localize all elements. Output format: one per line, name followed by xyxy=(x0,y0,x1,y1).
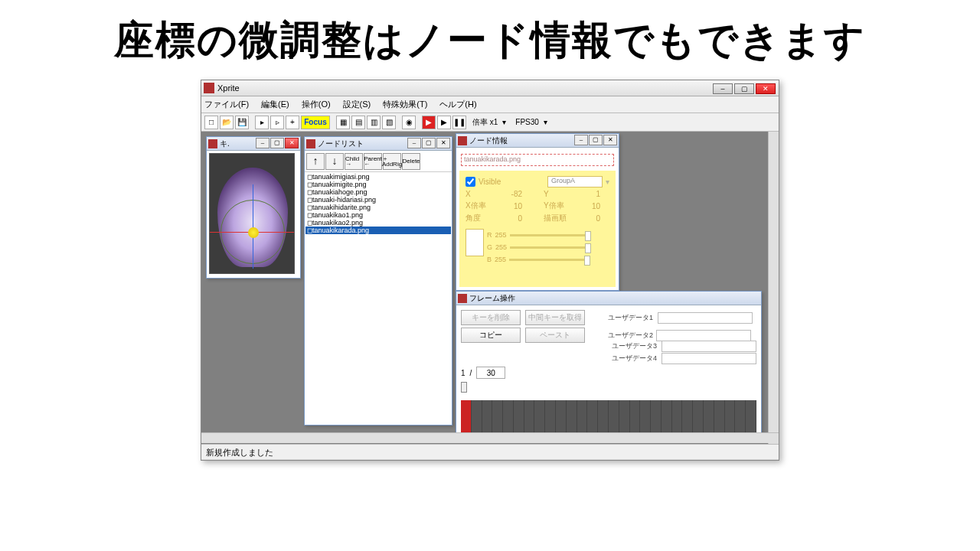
ud2-field[interactable] xyxy=(656,330,751,341)
timeline-cell[interactable] xyxy=(545,400,556,437)
nodelist-max-button[interactable]: ▢ xyxy=(422,138,436,148)
parent-button[interactable]: Parent ← xyxy=(364,153,382,170)
timeline-cell[interactable] xyxy=(472,400,482,437)
minimize-button[interactable]: – xyxy=(713,83,733,94)
new-button[interactable]: □ xyxy=(204,116,218,129)
preview-min-button[interactable]: – xyxy=(256,138,270,148)
close-button[interactable]: ✕ xyxy=(756,83,776,94)
b-slider[interactable] xyxy=(509,259,589,261)
ud1-field[interactable] xyxy=(658,312,753,324)
timeline-cell[interactable] xyxy=(524,400,535,437)
timeline-cell[interactable] xyxy=(693,400,704,437)
timeline-cell[interactable] xyxy=(725,400,736,437)
timeline-cell[interactable] xyxy=(640,400,651,437)
grid3-button[interactable]: ▥ xyxy=(367,116,381,129)
timeline-cell[interactable] xyxy=(534,400,545,437)
grid2-button[interactable]: ▤ xyxy=(351,116,365,129)
timeline-cell[interactable] xyxy=(651,400,662,437)
angle-value[interactable]: 0 xyxy=(501,214,522,223)
timeline-cell[interactable] xyxy=(567,400,577,437)
timeline-cell[interactable] xyxy=(598,400,609,437)
menu-settings[interactable]: 設定(S) xyxy=(343,99,371,110)
list-item[interactable]: ◻tanuakimigiasi.png xyxy=(305,173,451,181)
timeline-cell[interactable] xyxy=(587,400,598,437)
save-button[interactable]: 💾 xyxy=(235,116,249,129)
xscale-value[interactable]: 10 xyxy=(501,202,522,210)
horizontal-scrollbar[interactable] xyxy=(201,432,779,443)
timeline-cell[interactable] xyxy=(503,400,514,437)
copy-button[interactable]: コピー xyxy=(461,328,521,343)
gizmo-origin[interactable] xyxy=(248,227,259,238)
timeline-cell[interactable] xyxy=(630,400,641,437)
nodeinfo-titlebar[interactable]: ノード情報 – ▢ ✕ xyxy=(456,134,619,148)
menu-edit[interactable]: 編集(E) xyxy=(261,99,289,110)
grid1-button[interactable]: ▦ xyxy=(336,116,350,129)
timeline-cell[interactable] xyxy=(682,400,693,437)
y-value[interactable]: 1 xyxy=(579,190,600,198)
move-down-button[interactable]: ↓ xyxy=(325,153,344,170)
timeline-cell[interactable] xyxy=(735,400,746,437)
open-button[interactable]: 📂 xyxy=(220,116,234,129)
menu-help[interactable]: ヘルプ(H) xyxy=(439,99,476,110)
preview-canvas[interactable] xyxy=(209,153,295,274)
nodeinfo-max-button[interactable]: ▢ xyxy=(589,135,603,145)
ud3-field[interactable] xyxy=(662,341,756,352)
export-button[interactable]: ▹ xyxy=(270,116,284,129)
preview-titlebar[interactable]: キ. – ▢ ✕ xyxy=(207,137,300,151)
node-listbox[interactable]: ◻tanuakimigiasi.png◻tanuakimigite.png◻ta… xyxy=(305,172,452,416)
addrig-button[interactable]: ＋ AddRig xyxy=(383,153,401,170)
x-value[interactable]: -82 xyxy=(501,190,522,198)
add-button[interactable]: + xyxy=(286,116,299,129)
import-button[interactable]: ▸ xyxy=(255,116,269,129)
grid4-button[interactable]: ▧ xyxy=(382,116,396,129)
list-item[interactable]: ◻tanuaki-hidariasi.png xyxy=(305,196,451,204)
paste-button[interactable]: ペースト xyxy=(525,328,585,343)
timeline-cell[interactable] xyxy=(714,400,725,437)
total-frames-input[interactable] xyxy=(476,367,505,379)
pause-button[interactable]: ❚❚ xyxy=(452,116,466,129)
delete-button[interactable]: Delete xyxy=(402,153,420,170)
timeline-cell[interactable] xyxy=(704,400,714,437)
timeline-cell[interactable] xyxy=(619,400,630,437)
focus-button[interactable]: Focus xyxy=(301,116,330,129)
play-button[interactable]: ▶ xyxy=(437,116,451,129)
r-slider[interactable] xyxy=(510,234,590,236)
menu-ops[interactable]: 操作(O) xyxy=(302,99,331,110)
timeline-cell[interactable] xyxy=(662,400,672,437)
g-slider[interactable] xyxy=(510,246,590,249)
nodeinfo-min-button[interactable]: – xyxy=(574,135,588,145)
node-name-field[interactable]: tanuakikarada.png xyxy=(461,154,614,166)
timeline-cell[interactable] xyxy=(609,400,619,437)
eye-button[interactable]: ◉ xyxy=(402,116,416,129)
color-swatch[interactable] xyxy=(466,229,484,256)
list-item[interactable]: ◻tanuakiahoge.png xyxy=(305,188,451,196)
frame-titlebar[interactable]: フレーム操作 xyxy=(456,292,761,305)
timeline-cell[interactable] xyxy=(461,400,472,437)
delkey-button[interactable]: キーを削除 xyxy=(461,310,521,325)
nodelist-close-button[interactable]: ✕ xyxy=(436,138,450,148)
nodelist-titlebar[interactable]: ノードリスト – ▢ ✕ xyxy=(305,137,452,151)
timeline-cell[interactable] xyxy=(492,400,503,437)
timeline-cell[interactable] xyxy=(746,400,756,437)
maximize-button[interactable]: ▢ xyxy=(734,83,754,94)
menu-file[interactable]: ファイル(F) xyxy=(204,99,249,110)
timeline-cell[interactable] xyxy=(556,400,567,437)
titlebar[interactable]: Xprite xyxy=(201,80,779,96)
timeline[interactable] xyxy=(461,400,756,437)
list-item[interactable]: ◻tanuakikao2.png xyxy=(305,219,451,227)
vertical-scrollbar[interactable] xyxy=(768,132,779,444)
yscale-value[interactable]: 10 xyxy=(579,202,600,210)
scrub-thumb[interactable] xyxy=(461,382,467,393)
timeline-cell[interactable] xyxy=(482,400,493,437)
list-item[interactable]: ◻tanuakikao1.png xyxy=(305,211,451,219)
group-select[interactable]: GroupA xyxy=(547,176,603,187)
nodelist-min-button[interactable]: – xyxy=(407,138,421,148)
timeline-cell[interactable] xyxy=(672,400,683,437)
midkey-button[interactable]: 中間キーを取得 xyxy=(525,310,585,325)
ud4-field[interactable] xyxy=(662,353,756,364)
timeline-cell[interactable] xyxy=(577,400,588,437)
child-button[interactable]: Child → xyxy=(345,153,363,170)
visible-checkbox[interactable] xyxy=(466,177,475,187)
list-item[interactable]: ◻tanuakihidarite.png xyxy=(305,204,451,211)
timeline-cell[interactable] xyxy=(514,400,524,437)
